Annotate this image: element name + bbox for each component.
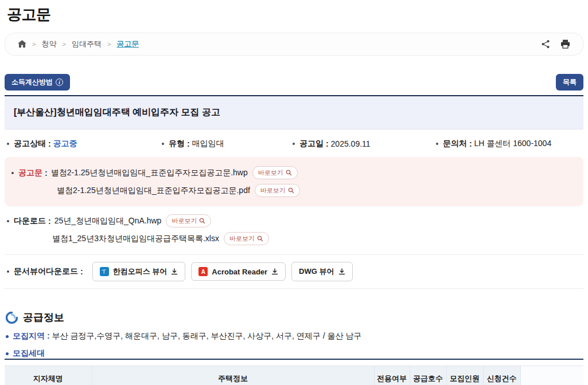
announcement-files-box: 공고문 : 별첨2-1.25년청년매입임대_표준입주자모집공고문.hwp 바로보… bbox=[5, 157, 583, 206]
col-header-district: 지자체명 bbox=[5, 366, 92, 385]
supply-info-header: 공급정보 bbox=[5, 311, 583, 324]
col-header-internet-subscription: 인터넷청약 bbox=[520, 366, 583, 385]
announcement-files-label: 공고문 bbox=[18, 168, 42, 178]
announcement-page: 공고문 > 청약 > 임대주택 > 공고문 bbox=[0, 0, 588, 385]
meta-status-label: 공고상태 bbox=[14, 139, 46, 149]
meta-status: 공고상태 : 공고중 bbox=[7, 139, 162, 149]
list-button-label: 목록 bbox=[563, 77, 577, 87]
table-header-row: 지자체명 주택정보 전용여부 공급호수 모집인원 신청건수 인터넷청약 bbox=[5, 366, 583, 385]
acrobat-reader-label: Acrobat Reader bbox=[212, 268, 267, 276]
viewer-download-label: 문서뷰어다운로드 bbox=[14, 266, 78, 277]
page-title: 공고문 bbox=[5, 0, 583, 33]
dwg-viewer-button[interactable]: DWG 뷰어 bbox=[291, 262, 352, 281]
magnifier-icon bbox=[257, 235, 263, 242]
info-icon: i bbox=[56, 78, 63, 86]
download-icon bbox=[338, 268, 345, 275]
meta-date: 공고일 : 2025.09.11 bbox=[293, 139, 436, 149]
meta-contact-value: LH 콜센터 1600-1004 bbox=[474, 139, 552, 149]
meta-type-label: 유형 bbox=[169, 139, 185, 149]
download-icon bbox=[271, 268, 278, 275]
meta-contact: 문의처 : LH 콜센터 1600-1004 bbox=[436, 139, 581, 149]
breadcrumb-current[interactable]: 공고문 bbox=[116, 39, 139, 49]
share-button[interactable] bbox=[541, 40, 550, 49]
download-label: 다운로드 bbox=[14, 216, 46, 226]
recruit-region-label: 모집지역 bbox=[13, 331, 45, 341]
download-row: 다운로드 : 25년_청년매입임대_QnA.hwp 바로보기 bbox=[7, 212, 581, 230]
print-button[interactable] bbox=[560, 40, 570, 49]
col-header-application-count: 신청건수 bbox=[483, 366, 520, 385]
meta-contact-label: 문의처 bbox=[443, 139, 467, 149]
announcement-file-row: 별첨2-1.25년청년매입임대_표준입주자모집공고문.pdf 바로보기 bbox=[11, 182, 575, 199]
viewer-download-section: 문서뷰어다운로드 : ㄒ 한컴오피스 뷰어 A Acrobat Reader D… bbox=[5, 255, 583, 289]
recruit-households-label: 모집세대 bbox=[13, 348, 45, 359]
hancom-viewer-label: 한컴오피스 뷰어 bbox=[113, 266, 168, 277]
view-button[interactable]: 바로보기 bbox=[224, 232, 269, 245]
hancom-icon: ㄒ bbox=[100, 267, 109, 276]
meta-date-label: 공고일 bbox=[299, 139, 324, 149]
magnifier-icon bbox=[288, 187, 294, 194]
hancom-viewer-button[interactable]: ㄒ 한컴오피스 뷰어 bbox=[92, 262, 186, 281]
home-icon[interactable] bbox=[18, 40, 26, 48]
print-icon bbox=[560, 40, 570, 49]
download-icon bbox=[171, 268, 178, 275]
view-button[interactable]: 바로보기 bbox=[252, 166, 298, 179]
breadcrumb-item-subscription[interactable]: 청약 bbox=[41, 39, 56, 49]
meta-type: 유형 : 매입임대 bbox=[162, 139, 293, 149]
recruit-region-value: 부산 금정구,수영구, 해운대구, 남구, 동래구, 부산진구, 사상구, 서구… bbox=[52, 331, 362, 341]
view-button-label: 바로보기 bbox=[260, 186, 286, 195]
recruit-households-row: 모집세대 bbox=[5, 348, 583, 359]
breadcrumb-separator: > bbox=[32, 41, 36, 48]
breadcrumb-separator: > bbox=[62, 41, 65, 48]
col-header-supply-count: 공급호수 bbox=[410, 366, 446, 385]
notice-title: [부산울산]청년매입임대주택 예비입주자 모집 공고 bbox=[5, 95, 583, 129]
meta-date-value: 2025.09.11 bbox=[331, 139, 371, 148]
file-name-hwp: 별첨2-1.25년청년매입임대_표준입주자모집공고문.hwp bbox=[51, 168, 248, 178]
col-header-exclusive: 전용여부 bbox=[374, 366, 410, 385]
income-calc-label: 소득계산방법 bbox=[11, 77, 53, 87]
meta-type-value: 매입임대 bbox=[192, 139, 224, 149]
view-button-label: 바로보기 bbox=[258, 168, 283, 177]
breadcrumb-item-rental-housing[interactable]: 임대주택 bbox=[72, 39, 102, 49]
acrobat-reader-button[interactable]: A Acrobat Reader bbox=[191, 262, 286, 281]
view-button[interactable]: 바로보기 bbox=[166, 214, 211, 227]
households-table-wrap: 지자체명 주택정보 전용여부 공급호수 모집인원 신청건수 인터넷청약 합계 1… bbox=[5, 359, 583, 385]
toolbar: 소득계산방법 i 목록 bbox=[5, 74, 583, 95]
acrobat-icon: A bbox=[198, 267, 208, 276]
view-button-label: 바로보기 bbox=[229, 234, 255, 243]
supply-section-icon bbox=[6, 312, 18, 324]
households-table: 지자체명 주택정보 전용여부 공급호수 모집인원 신청건수 인터넷청약 합계 1… bbox=[5, 366, 583, 385]
magnifier-icon bbox=[199, 218, 205, 224]
recruit-region-row: 모집지역 : 부산 금정구,수영구, 해운대구, 남구, 동래구, 부산진구, … bbox=[5, 331, 583, 341]
download-row: 별첨1_25년3차청년매입임대공급주택목록.xlsx 바로보기 bbox=[7, 230, 581, 247]
col-header-recruit-count: 모집인원 bbox=[446, 366, 483, 385]
notice-meta: 공고상태 : 공고중 유형 : 매입임대 공고일 : 2025.09.11 문의… bbox=[5, 129, 583, 156]
file-name-pdf: 별첨2-1.25년청년매입임대_표준입주자모집공고문.pdf bbox=[57, 186, 250, 196]
download-file-xlsx: 별첨1_25년3차청년매입임대공급주택목록.xlsx bbox=[52, 234, 219, 244]
view-button-label: 바로보기 bbox=[172, 217, 197, 225]
share-icon bbox=[541, 40, 550, 49]
supply-section-title: 공급정보 bbox=[23, 311, 64, 324]
dwg-viewer-label: DWG 뷰어 bbox=[299, 266, 334, 277]
col-header-housing-info: 주택정보 bbox=[92, 366, 374, 385]
download-section: 다운로드 : 25년_청년매입임대_QnA.hwp 바로보기 별첨1_25년3차… bbox=[5, 206, 583, 255]
breadcrumb: > 청약 > 임대주택 > 공고문 bbox=[5, 33, 583, 56]
list-button[interactable]: 목록 bbox=[556, 74, 583, 91]
meta-status-value[interactable]: 공고중 bbox=[53, 139, 77, 149]
view-button[interactable]: 바로보기 bbox=[255, 184, 300, 197]
announcement-file-row: 공고문 : 별첨2-1.25년청년매입임대_표준입주자모집공고문.hwp 바로보… bbox=[11, 164, 575, 182]
income-calc-button[interactable]: 소득계산방법 i bbox=[5, 74, 70, 91]
download-file-qna: 25년_청년매입임대_QnA.hwp bbox=[54, 216, 162, 226]
breadcrumb-separator: > bbox=[107, 41, 111, 48]
magnifier-icon bbox=[286, 170, 292, 176]
